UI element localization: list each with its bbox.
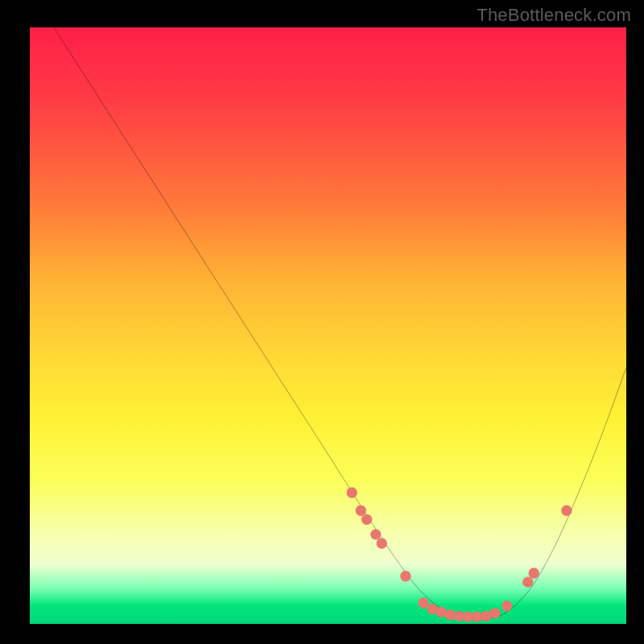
data-marker [561, 506, 572, 516]
bottleneck-curve [54, 27, 626, 619]
chart-frame: TheBottleneck.com [0, 0, 644, 644]
marker-group [346, 487, 572, 621]
data-marker [528, 568, 539, 578]
data-marker [377, 538, 387, 548]
data-marker [361, 514, 372, 525]
plot-area [30, 27, 626, 624]
data-marker [502, 601, 512, 611]
data-marker [370, 529, 381, 539]
data-marker [400, 571, 411, 581]
data-marker [346, 487, 357, 497]
data-marker [489, 608, 500, 618]
data-marker [522, 576, 533, 587]
chart-svg [30, 27, 626, 624]
data-marker [356, 506, 366, 516]
watermark-text: TheBottleneck.com [477, 5, 631, 26]
data-marker [418, 597, 428, 608]
